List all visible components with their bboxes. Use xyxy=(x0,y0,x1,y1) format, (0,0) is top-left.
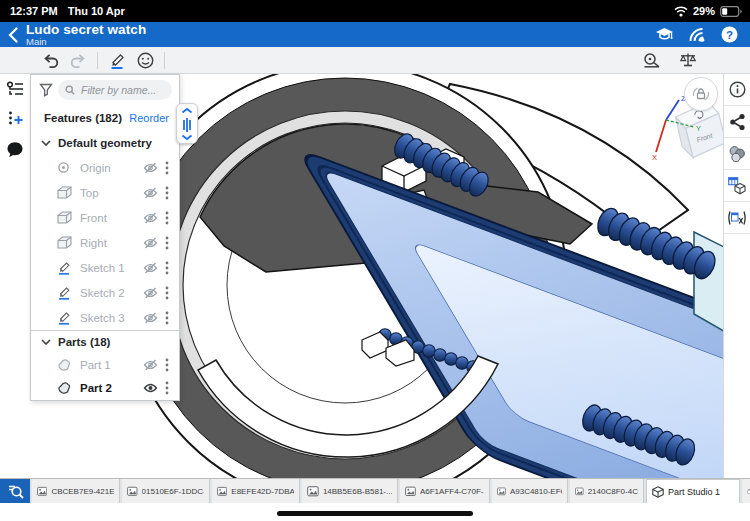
feature-list-toggle-icon[interactable] xyxy=(6,80,25,96)
onshape-app-screen: 12:37 PM Thu 10 Apr 29% Ludo secret watc… xyxy=(0,0,750,521)
tab-label: Part Studio 1 xyxy=(668,487,720,497)
image-tab-icon xyxy=(405,486,416,497)
feature-list-panel: Features (182) Reorder Default geometry … xyxy=(30,74,180,401)
back-button[interactable] xyxy=(0,22,26,47)
tab-label: CBCEB7E9-421E-... xyxy=(51,487,114,496)
reorder-link[interactable]: Reorder xyxy=(129,112,169,124)
visibility-on-icon[interactable] xyxy=(140,382,161,394)
image-tab-icon xyxy=(307,486,319,497)
rollback-bar-handle[interactable] xyxy=(176,103,198,144)
feature-row-right-plane[interactable]: Right xyxy=(31,230,179,255)
battery-icon xyxy=(720,6,742,17)
visibility-off-icon[interactable] xyxy=(140,312,161,324)
info-panel-button[interactable] xyxy=(724,74,750,106)
visibility-off-icon[interactable] xyxy=(140,287,161,299)
part-row-part2[interactable]: Part 2 xyxy=(31,376,179,400)
feature-row-front-plane[interactable]: Front xyxy=(31,205,179,230)
feature-group-parts[interactable]: Parts (18) xyxy=(31,331,179,353)
axis-y-label: Y xyxy=(696,124,701,133)
learning-center-icon[interactable] xyxy=(655,27,674,42)
image-tab-icon xyxy=(217,486,227,497)
insert-item-icon[interactable] xyxy=(7,110,24,127)
status-bar: 12:37 PM Thu 10 Apr 29% xyxy=(0,0,750,22)
document-tab-active[interactable]: Part Studio 1 xyxy=(646,479,740,503)
overflow-menu-icon[interactable] xyxy=(161,186,173,200)
overflow-menu-icon[interactable] xyxy=(161,211,173,225)
tab-manager-button[interactable] xyxy=(0,479,30,503)
visibility-off-icon[interactable] xyxy=(140,237,161,249)
appearance-panel-button[interactable] xyxy=(724,138,750,170)
share-icon xyxy=(729,113,746,131)
document-tab[interactable]: CBCEB7E9-421E-... xyxy=(32,479,120,503)
visibility-off-icon[interactable] xyxy=(140,162,161,174)
visibility-off-icon[interactable] xyxy=(140,187,161,199)
feature-group-default-geometry[interactable]: Default geometry xyxy=(31,130,179,155)
overflow-menu-icon[interactable] xyxy=(161,261,173,275)
status-time: 12:37 PM xyxy=(10,5,58,17)
workspace-name: Main xyxy=(26,37,146,47)
image-tab-icon xyxy=(37,486,47,497)
tab-label: 01510E6F-1DDC-... xyxy=(142,487,204,496)
image-tab-icon xyxy=(127,486,138,497)
overflow-menu-icon[interactable] xyxy=(161,236,173,250)
feature-label: Sketch 1 xyxy=(80,262,140,274)
sketch-tool-button[interactable] xyxy=(103,48,131,72)
named-views-panel-button[interactable] xyxy=(724,170,750,202)
group-label: Default geometry xyxy=(58,137,173,149)
follow-mode-icon[interactable] xyxy=(688,27,707,43)
document-tab[interactable]: A93C4810-EFC9-... xyxy=(492,479,568,503)
view-rotation-lock-button[interactable] xyxy=(684,77,718,111)
feature-row-sketch3[interactable]: Sketch 3 xyxy=(31,305,179,330)
measure-tool-button[interactable] xyxy=(638,48,666,72)
part-row-part1[interactable]: Part 1 xyxy=(31,353,179,376)
overflow-menu-icon[interactable] xyxy=(161,161,173,175)
feature-label: Right xyxy=(80,237,140,249)
document-tab-bar: CBCEB7E9-421E-... 01510E6F-1DDC-... E8EF… xyxy=(0,478,750,503)
image-tab-icon xyxy=(497,486,506,497)
document-tab[interactable]: 2140C8F0-4C2D-... xyxy=(570,479,644,503)
document-tab-overflow[interactable] xyxy=(742,479,750,503)
document-tab[interactable]: 14BB5E6B-B581-... xyxy=(302,479,398,503)
feature-row-sketch2[interactable]: Sketch 2 xyxy=(31,280,179,305)
sketch-icon xyxy=(57,260,74,275)
configurations-panel-button[interactable] xyxy=(724,202,750,234)
search-icon xyxy=(65,85,75,95)
sketch-icon xyxy=(57,285,74,300)
mass-properties-button[interactable] xyxy=(674,48,702,72)
document-tab[interactable]: A6F1AFF4-C70F-... xyxy=(400,479,490,503)
info-icon xyxy=(729,81,746,98)
redo-button[interactable] xyxy=(64,48,92,72)
overflow-menu-icon[interactable] xyxy=(161,311,173,325)
visibility-off-icon[interactable] xyxy=(140,359,161,371)
comment-smiley-button[interactable] xyxy=(131,48,159,72)
home-indicator[interactable] xyxy=(277,511,473,516)
tab-label: A6F1AFF4-C70F-... xyxy=(420,487,484,496)
visibility-off-icon[interactable] xyxy=(140,262,161,274)
battery-percent: 29% xyxy=(693,5,715,17)
filter-funnel-icon[interactable] xyxy=(39,83,53,97)
document-tab[interactable]: 01510E6F-1DDC-... xyxy=(122,479,210,503)
overflow-menu-icon[interactable] xyxy=(161,358,173,372)
help-icon[interactable]: ? xyxy=(721,26,738,43)
comments-icon[interactable] xyxy=(6,141,24,158)
overflow-menu-icon[interactable] xyxy=(161,381,173,395)
origin-icon xyxy=(57,161,74,174)
visibility-off-icon[interactable] xyxy=(140,212,161,224)
part-studio-tab-icon xyxy=(652,486,664,498)
home-indicator-area xyxy=(0,503,750,521)
share-panel-button[interactable] xyxy=(724,106,750,138)
undo-button[interactable] xyxy=(36,48,64,72)
feature-row-sketch1[interactable]: Sketch 1 xyxy=(31,255,179,280)
appearance-spheres-icon xyxy=(728,145,746,163)
svg-text:?: ? xyxy=(726,29,733,41)
plane-icon xyxy=(57,211,74,224)
filter-input[interactable] xyxy=(79,83,165,97)
document-tab[interactable]: E8EFE42D-7DBA-... xyxy=(212,479,300,503)
feature-row-top-plane[interactable]: Top xyxy=(31,180,179,205)
filter-field[interactable] xyxy=(58,80,172,100)
chevron-down-icon[interactable] xyxy=(41,140,53,146)
chevron-down-icon[interactable] xyxy=(41,339,53,345)
overflow-menu-icon[interactable] xyxy=(161,286,173,300)
group-label: Parts (18) xyxy=(58,336,173,348)
feature-row-origin[interactable]: Origin xyxy=(31,155,179,180)
